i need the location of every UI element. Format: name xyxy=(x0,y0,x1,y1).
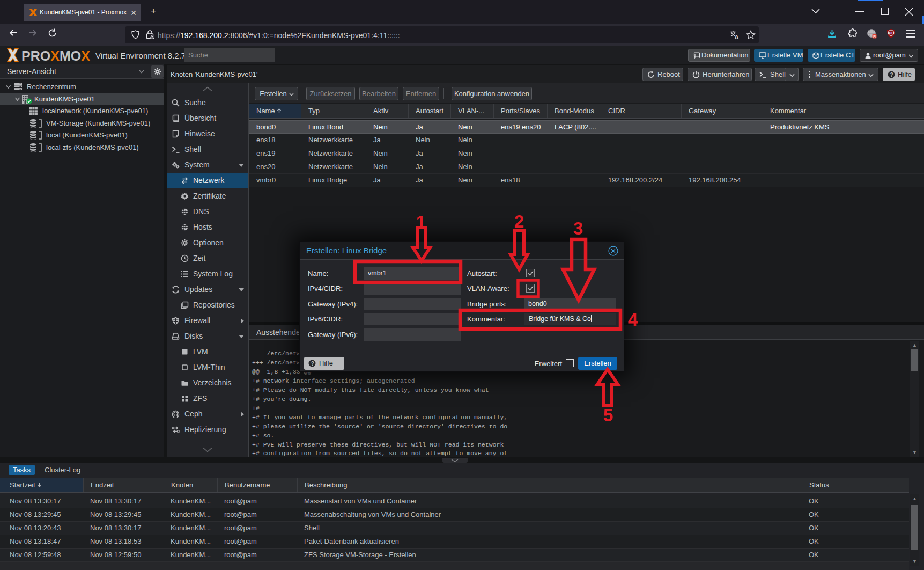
svg-text:A: A xyxy=(735,34,739,40)
svg-text:?: ? xyxy=(890,72,893,78)
svg-text:UO: UO xyxy=(889,31,895,35)
svg-text:?: ? xyxy=(311,361,314,367)
